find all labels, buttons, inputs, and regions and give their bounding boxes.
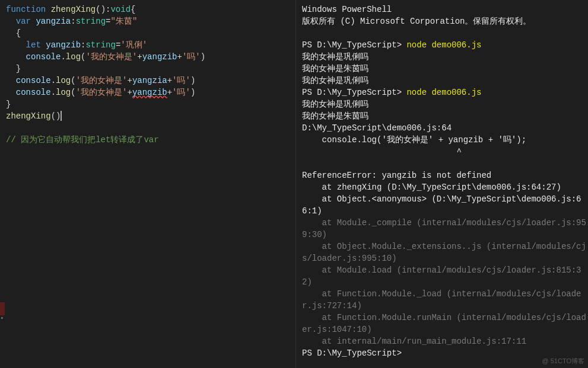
code-line: console.log('我的女神是'+yangzib+'吗') <box>0 51 295 63</box>
terminal-line: console.log('我的女神是' + yangzib + '吗'); <box>302 134 588 146</box>
overview-ruler-caret: ▪ <box>0 315 4 322</box>
overview-ruler-error <box>0 302 5 315</box>
stack-line: at Module._compile (internal/modules/cjs… <box>302 217 588 241</box>
terminal-line: 我的女神是朱茵吗 <box>302 63 588 75</box>
stack-line: at Object.Module._extensions..js (intern… <box>302 241 588 264</box>
code-line: console.log('我的女神是'+yangzib+'吗') <box>0 87 295 98</box>
stack-line: at Function.Module.runMain (internal/mod… <box>302 312 588 335</box>
stack-line: at Module.load (internal/modules/cjs/loa… <box>302 264 588 288</box>
stack-line: at Function.Module._load (internal/modul… <box>302 288 588 312</box>
code-comment: // 因为它自动帮我们把let转译成了var <box>0 134 295 146</box>
blank-line <box>302 27 588 39</box>
error-squiggle: yangzib <box>132 88 167 97</box>
terminal-panel[interactable]: Windows PowerShell 版权所有 (C) Microsoft Co… <box>295 0 588 368</box>
blank-line <box>0 122 295 134</box>
blank-line <box>302 158 588 169</box>
code-line: zhengXing() <box>0 110 295 122</box>
terminal-line: 我的女神是朱茵吗 <box>302 110 588 122</box>
terminal-line: 我的女神是巩俐吗 <box>302 98 588 110</box>
code-line: { <box>0 27 295 39</box>
terminal-line: 版权所有 (C) Microsoft Corporation。保留所有权利。 <box>302 15 588 27</box>
terminal-line: 我的女神是巩俐吗 <box>302 75 588 87</box>
watermark: @ 51CTO博客 <box>542 357 584 366</box>
code-line: } <box>0 63 295 75</box>
terminal-line: D:\My_TypeScript\demo006.js:64 <box>302 122 588 134</box>
terminal-line: Windows PowerShell <box>302 4 588 15</box>
stack-line: at Object.<anonymous> (D:\My_TypeScript\… <box>302 193 588 217</box>
text-cursor <box>61 111 62 121</box>
code-line: function zhengXing():void{ <box>0 4 295 15</box>
code-line: let yangzib:string='巩俐' <box>0 39 295 51</box>
terminal-line: ^ <box>302 146 588 158</box>
terminal-line: PS D:\My_TypeScript> node demo006.js <box>302 87 588 98</box>
terminal-line: PS D:\My_TypeScript> node demo006.js <box>302 39 588 51</box>
terminal-error: ReferenceError: yangzib is not defined <box>302 169 588 181</box>
code-line: console.log('我的女神是'+yangzia+'吗') <box>0 75 295 87</box>
stack-line: at zhengXing (D:\My_TypeScript\demo006.j… <box>302 181 588 193</box>
terminal-line: 我的女神是巩俐吗 <box>302 51 588 63</box>
code-editor[interactable]: function zhengXing():void{ var yangzia:s… <box>0 0 295 368</box>
code-line: var yangzia:string="朱茵" <box>0 15 295 27</box>
stack-line: at internal/main/run_main_module.js:17:1… <box>302 335 588 347</box>
code-line: } <box>0 98 295 110</box>
